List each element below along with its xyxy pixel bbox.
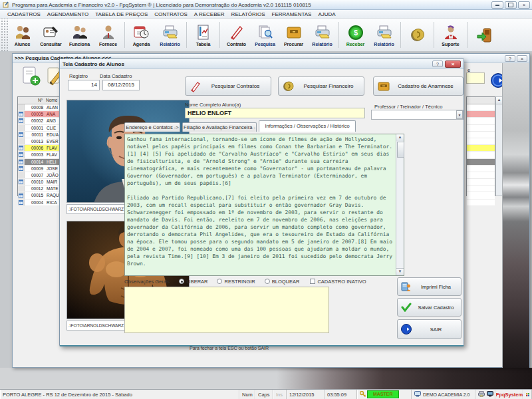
money-coin-icon: $ — [346, 23, 365, 42]
table-row-fragment[interactable] — [467, 111, 495, 118]
table-row-fragment[interactable] — [467, 152, 495, 158]
radio-restringir[interactable]: RESTRINGIR — [217, 279, 255, 285]
tab-endereco[interactable]: Endereço e Contatos -> — [124, 122, 180, 132]
table-row-fragment[interactable] — [467, 145, 495, 152]
students-table-right[interactable] — [466, 96, 495, 196]
toolbar-agenda[interactable]: Agenda — [127, 19, 156, 51]
toolbar-relatorio-1[interactable]: Relatório — [156, 19, 184, 51]
radio-bloquear[interactable]: BLOQUEAR — [265, 279, 300, 285]
row-number: 00009 — [25, 166, 45, 172]
table-row-fragment[interactable] — [467, 186, 495, 192]
menu-agendamento[interactable]: AGENDAMENTO — [44, 11, 92, 17]
menu-a-receber[interactable]: A RECEBER — [191, 11, 228, 17]
historico-scrollbar[interactable]: ▲ ▼ — [396, 134, 404, 275]
close-icon[interactable]: × — [518, 1, 530, 9]
search-input[interactable] — [466, 72, 485, 84]
registro-label: Registro — [69, 73, 88, 79]
status-date: 12/12/2015 — [287, 390, 325, 399]
toolbar-suporte[interactable]: Suporte — [436, 19, 465, 51]
table-row-fragment[interactable] — [467, 192, 495, 199]
radio-liberar[interactable]: LIBERAR — [179, 279, 207, 285]
table-row-fragment[interactable] — [467, 172, 495, 179]
printer-icon — [313, 23, 332, 42]
row-number: 00001 — [25, 125, 45, 131]
restore-icon[interactable] — [505, 1, 517, 9]
table-row-fragment[interactable] — [467, 125, 495, 132]
status-ins: Ins — [273, 390, 287, 399]
row-number: 00002 — [25, 118, 45, 124]
scroll-up-icon[interactable]: ▲ — [496, 97, 502, 104]
tab-informacoes[interactable]: Informações / Observações / Histórico — [259, 120, 356, 132]
toolbar-procurar[interactable]: Procurar — [279, 19, 308, 51]
toolbar-funciona[interactable]: Funciona — [65, 19, 94, 51]
table-row-fragment[interactable] — [467, 138, 495, 145]
scroll-up-icon[interactable]: ▲ — [396, 134, 404, 141]
row-number: 00007 — [25, 172, 45, 178]
toolbar-grip — [0, 19, 8, 51]
table-row-fragment[interactable] — [467, 132, 495, 138]
pesquisar-financeiro-button[interactable]: Pesquisar Financeiro — [278, 76, 364, 96]
historico-textarea[interactable]: Ganhou fama internacional, tornando-se u… — [124, 134, 404, 276]
app-title: Programa para Academia e Financeiro v2.0… — [12, 2, 311, 8]
close-icon[interactable]: × — [517, 55, 527, 62]
toolbar-relatorio-2[interactable]: Relatório — [308, 19, 336, 51]
toolbar-receber[interactable]: $ Receber — [341, 19, 370, 51]
dialog-titlebar[interactable]: Tela Cadastro de Alunos ? × — [60, 59, 464, 69]
new-record-icon[interactable] — [21, 66, 41, 87]
menu-relatorios[interactable]: RELATÓRIOS — [228, 11, 269, 17]
window-background-photo — [502, 63, 529, 368]
close-icon[interactable]: × — [445, 61, 461, 68]
menu-ferramentas[interactable]: FERRAMENTAS — [269, 11, 315, 17]
professor-select[interactable] — [371, 110, 464, 120]
toolbar-relatorio-3[interactable]: Relatório — [370, 19, 398, 51]
checkbox-cadastro-inativo[interactable]: CADASTRO INATIVO — [310, 279, 366, 285]
table-row-fragment[interactable] — [467, 166, 495, 172]
data-cadastro-field[interactable]: 08/12/2015 — [102, 80, 140, 90]
table-row-fragment[interactable] — [467, 104, 495, 111]
menu-contratos[interactable]: CONTRATOS — [151, 11, 190, 17]
nome-field[interactable]: HELIO ENLOFT — [185, 108, 365, 118]
checkbox-icon — [310, 279, 315, 284]
gold-coin-icon — [279, 80, 299, 92]
salvar-cadastro-button[interactable]: Salvar Cadastro — [397, 298, 462, 317]
imprimir-ficha-button[interactable]: Imprimi Ficha — [397, 277, 462, 296]
toolbar-consultar[interactable]: Consultar — [37, 19, 65, 51]
cadastro-anamnese-button[interactable]: Cadastro de Anamnese — [373, 76, 464, 96]
registro-field[interactable]: 14 — [68, 80, 100, 90]
table-row-fragment[interactable] — [467, 179, 495, 186]
toolbar-sair[interactable] — [469, 19, 498, 51]
toolbar-separator — [338, 22, 339, 48]
drawer-icon — [374, 80, 394, 92]
col-numero: Nº — [24, 97, 44, 104]
sair-button[interactable]: SAIR — [397, 319, 462, 339]
status-devices — [475, 390, 495, 399]
scroll-thumb[interactable] — [397, 142, 404, 158]
help-icon[interactable]: ? — [432, 61, 443, 67]
toolbar-fornece[interactable]: Fornece — [94, 19, 122, 51]
toolbar-tabela[interactable]: Tabela — [189, 19, 217, 51]
row-number: 00013 — [25, 138, 45, 144]
pesquisar-contratos-button[interactable]: Pesquisar Contratos — [185, 76, 271, 96]
support-person-icon — [442, 23, 460, 42]
radio-icon — [217, 279, 222, 284]
table-row-fragment[interactable] — [467, 200, 495, 206]
minimize-icon[interactable] — [491, 1, 503, 9]
toolbar-contrato[interactable]: Contrato — [222, 19, 251, 51]
menu-ajuda[interactable]: AJUDA — [315, 11, 338, 17]
chevron-down-icon[interactable]: ▼ — [456, 110, 463, 119]
table-row-fragment[interactable] — [467, 118, 495, 124]
menu-tabela-de-precos[interactable]: TABELA DE PREÇOS — [92, 11, 151, 17]
scroll-down-icon[interactable]: ▼ — [396, 268, 404, 275]
toolbar-pesquisa[interactable]: Pesquisa — [251, 19, 279, 51]
observacoes-textarea[interactable] — [124, 287, 329, 333]
help-icon[interactable]: ? — [505, 55, 515, 62]
toolbar: Alunos Consultar Funciona Fornece Agenda… — [0, 19, 532, 52]
toolbar-moeda[interactable] — [403, 19, 432, 51]
row-number: 00010 — [25, 179, 45, 185]
monitor-icon — [487, 391, 493, 398]
tab-filiacao[interactable]: Filiação e Avaliação Financeira -> — [182, 122, 257, 132]
table-row-fragment[interactable] — [467, 159, 495, 166]
toolbar-alunos[interactable]: Alunos — [8, 19, 37, 51]
exit-door-icon — [475, 26, 493, 45]
menu-cadastros[interactable]: CADASTROS — [4, 11, 44, 17]
